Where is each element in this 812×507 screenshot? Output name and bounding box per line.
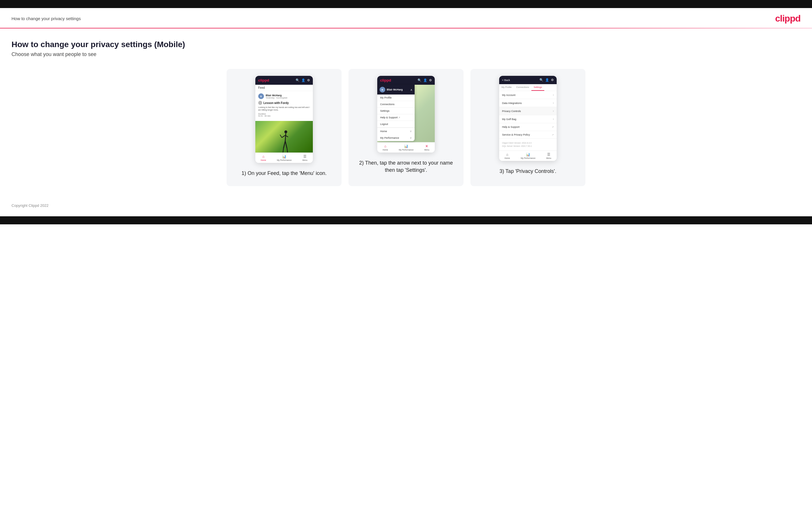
performance-icon-3: 📊	[526, 153, 530, 157]
svg-line-2	[282, 135, 285, 137]
performance-icon-2: 📊	[404, 144, 408, 148]
version-info: Clippd Client Version: 2022.8.3-3 GQL Se…	[499, 139, 557, 151]
menu-label: Menu	[303, 159, 308, 161]
phone2-logo: clippd	[380, 78, 391, 82]
phone-3-mockup: < Back 🔍 👤 ⚙ My Profile Connections Sett…	[499, 76, 557, 161]
version-server: GQL Server Version: 2022.7.30-1	[502, 145, 554, 148]
search-icon-2: 🔍	[417, 78, 421, 82]
step-3-caption: 3) Tap 'Privacy Controls'.	[500, 168, 556, 175]
phone2-user-row: B Blair McHarg ∧	[377, 85, 415, 95]
top-bar	[0, 0, 812, 8]
phone1-header: clippd 🔍 👤 ⚙	[255, 76, 313, 85]
settings-golf-bag[interactable]: My Golf Bag ›	[499, 115, 557, 123]
phone-2-mockup: clippd 🔍 👤 ⚙ B Bla	[377, 76, 435, 153]
step-3-card: < Back 🔍 👤 ⚙ My Profile Connections Sett…	[470, 69, 586, 186]
lesson-title: Lesson with Fordy	[258, 101, 310, 105]
logo: clippd	[775, 13, 801, 24]
user-icon-3: 👤	[545, 78, 549, 82]
tab-my-profile[interactable]: My Profile	[499, 84, 514, 91]
bottom-nav-performance: My Performance ∨	[377, 134, 415, 141]
bottom-nav-home: Home ∨	[377, 128, 415, 134]
avatar-2: B	[379, 87, 385, 93]
back-button[interactable]: < Back	[502, 79, 510, 81]
phone3-header: < Back 🔍 👤 ⚙	[499, 76, 557, 84]
phone3-nav-home: ⌂ Home	[505, 153, 510, 159]
phone2-menu-overlay: B Blair McHarg ∧ My Profile Connections …	[377, 85, 435, 142]
phone-1-mockup: clippd 🔍 👤 ⚙ Feed B Blair McHarg	[255, 76, 313, 163]
settings-icon-3: ⚙	[551, 78, 554, 82]
phone2-header: clippd 🔍 👤 ⚙	[377, 76, 435, 85]
home-icon-3: ⌂	[506, 153, 508, 157]
menu-label-3: Menu	[546, 157, 552, 159]
duration: Duration 01 hr : 30 min	[258, 113, 310, 117]
settings-icon-2: ⚙	[429, 78, 432, 82]
performance-icon: 📊	[282, 155, 287, 159]
tab-settings[interactable]: Settings	[531, 84, 544, 91]
menu-item-logout: Logout	[377, 121, 415, 127]
search-icon-3: 🔍	[540, 78, 544, 82]
page-subheading: Choose what you want people to see	[11, 51, 801, 57]
home-icon-2: ⌂	[384, 144, 386, 148]
phone2-user-info: B Blair McHarg	[379, 87, 403, 93]
chevron-right-icon-2: ›	[553, 101, 554, 105]
golfer-svg	[280, 129, 291, 153]
settings-service-privacy[interactable]: Service & Privacy Policy ↗	[499, 131, 557, 139]
post-user: B Blair McHarg Yesterday · Sunningdale	[258, 93, 310, 99]
chevron-right-icon: ›	[553, 93, 554, 97]
performance-label-3: My Performance	[521, 157, 536, 159]
chevron-down-icon-2: ∨	[410, 136, 412, 139]
settings-my-account[interactable]: My Account ›	[499, 91, 557, 99]
phone3-tabs: My Profile Connections Settings	[499, 84, 557, 91]
menu-close-label: Menu	[424, 149, 429, 151]
close-icon: ✕	[425, 144, 428, 148]
settings-data-integrations[interactable]: Data Integrations ›	[499, 99, 557, 107]
home-label-2: Home	[383, 149, 388, 151]
phone1-icons: 🔍 👤 ⚙	[296, 78, 310, 82]
arrow-up-icon: ∧	[410, 88, 412, 91]
phone2-bottom-section: Home ∨ My Performance ∨	[377, 127, 415, 141]
settings-help-support[interactable]: Help & Support ↗	[499, 123, 557, 131]
phone3-icons: 🔍 👤 ⚙	[540, 78, 554, 82]
copyright: Copyright Clippd 2022	[11, 204, 49, 208]
chevron-right-icon-3: ›	[553, 109, 554, 113]
settings-list: My Account › Data Integrations › Privacy…	[499, 91, 557, 139]
menu-item-profile: My Profile	[377, 95, 415, 101]
phone1-logo: clippd	[258, 78, 269, 82]
phone1-post: B Blair McHarg Yesterday · Sunningdale L…	[255, 91, 313, 121]
step-2-card: clippd 🔍 👤 ⚙ B Bla	[349, 69, 463, 186]
external-link-icon-2: ↗	[552, 133, 554, 136]
svg-line-3	[280, 135, 282, 137]
phone2-footer-nav: ⌂ Home 📊 My Performance ✕ Menu	[377, 142, 435, 153]
header: How to change your privacy settings clip…	[0, 8, 812, 28]
home-label-3: Home	[505, 157, 510, 159]
tab-connections[interactable]: Connections	[514, 84, 531, 91]
header-title: How to change your privacy settings	[11, 16, 81, 21]
menu-icon: ☰	[303, 155, 306, 159]
post-username: Blair McHarg	[266, 94, 288, 97]
menu-item-help: Help & Support	[377, 114, 415, 121]
performance-label: My Performance	[277, 159, 292, 161]
lesson-desc: Looking to feel like my hands are exitin…	[258, 106, 310, 111]
phone2-nav-menu: ✕ Menu	[424, 144, 429, 151]
external-link-icon: ↗	[552, 126, 554, 128]
settings-privacy-controls[interactable]: Privacy Controls ›	[499, 107, 557, 115]
home-icon: ⌂	[262, 155, 264, 159]
phone3-nav-menu: ☰ Menu	[546, 153, 552, 159]
post-date: Yesterday · Sunningdale	[266, 97, 288, 99]
phone2-dropdown: B Blair McHarg ∧ My Profile Connections …	[377, 85, 415, 141]
settings-icon: ⚙	[307, 78, 310, 82]
chevron-down-icon: ∨	[410, 129, 412, 133]
user-icon: 👤	[301, 78, 305, 82]
home-label: Home	[261, 159, 266, 161]
phone3-nav-performance: 📊 My Performance	[521, 153, 536, 159]
svg-line-7	[283, 148, 284, 153]
feed-tab: Feed	[255, 85, 313, 91]
step-1-caption: 1) On your Feed, tap the 'Menu' icon.	[242, 170, 326, 177]
avatar: B	[258, 93, 264, 99]
svg-point-0	[285, 130, 287, 133]
svg-line-5	[284, 141, 285, 148]
phone2-username: Blair McHarg	[387, 88, 403, 91]
phone2-nav-home: ⌂ Home	[383, 144, 388, 151]
step-2-caption: 2) Then, tap the arrow next to your name…	[355, 159, 457, 174]
step-1-card: clippd 🔍 👤 ⚙ Feed B Blair McHarg	[226, 69, 342, 186]
